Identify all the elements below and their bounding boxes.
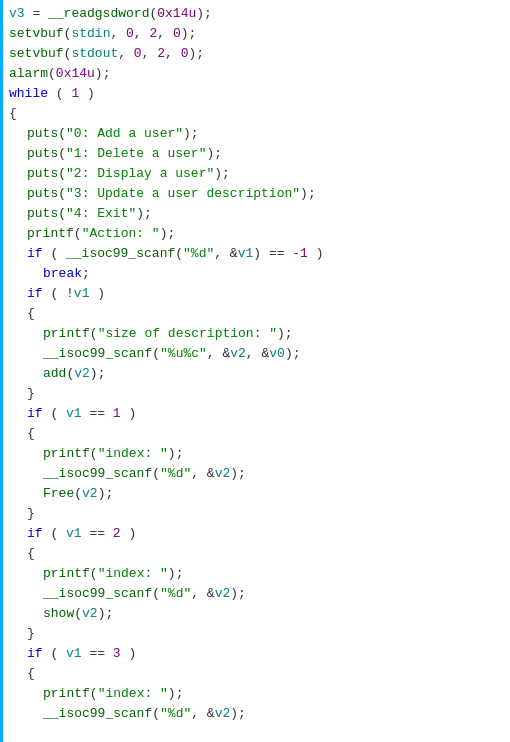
op-token: } [27, 504, 35, 524]
code-line: add(v2); [3, 364, 510, 384]
code-line: { [3, 664, 510, 684]
op-token: , [165, 44, 181, 64]
op-token: ( [43, 244, 66, 264]
kw-token: if [27, 404, 43, 424]
num-token: 0 [134, 44, 142, 64]
op-token: { [9, 104, 17, 124]
code-line: __isoc99_scanf("%d", &v2); [3, 464, 510, 484]
op-token: ); [196, 4, 212, 24]
str-token: "%d" [160, 464, 191, 484]
code-line: printf("index: "); [3, 684, 510, 704]
num-token: 2 [157, 44, 165, 64]
op-token: ( [48, 84, 71, 104]
op-token: { [27, 424, 35, 444]
op-token: ); [230, 464, 246, 484]
op-token: , [110, 24, 126, 44]
op-token: ( [43, 644, 66, 664]
str-token: "4: Exit" [66, 204, 136, 224]
fn-token: add [43, 364, 66, 384]
op-token: ) [89, 284, 105, 304]
op-token: ( [74, 224, 82, 244]
fn-token: setvbuf [9, 44, 64, 64]
op-token: , & [207, 344, 230, 364]
op-token: , [157, 24, 173, 44]
op-token: ); [277, 324, 293, 344]
fn-token: puts [27, 164, 58, 184]
op-token: { [27, 304, 35, 324]
str-token: "%u%c" [160, 344, 207, 364]
fn-token: __isoc99_scanf [43, 464, 152, 484]
op-token: , & [214, 244, 237, 264]
op-token: , & [191, 464, 214, 484]
op-token: ( [74, 484, 82, 504]
op-token: { [27, 544, 35, 564]
code-line: __isoc99_scanf("%u%c", &v2, &v0); [3, 344, 510, 364]
str-token: "size of description: " [98, 324, 277, 344]
op-token: ); [181, 24, 197, 44]
op-token: ); [98, 484, 114, 504]
op-token: ( [152, 704, 160, 724]
op-token: ( [175, 244, 183, 264]
fn-token: alarm [9, 64, 48, 84]
fn-token: __isoc99_scanf [66, 244, 175, 264]
num-token: 1 [71, 84, 79, 104]
op-token: ); [90, 364, 106, 384]
code-line: { [3, 424, 510, 444]
num-token: 0x14u [157, 4, 196, 24]
kw-token: if [27, 644, 43, 664]
str-token: "index: " [98, 444, 168, 464]
op-token: ); [136, 204, 152, 224]
op-token: == [82, 404, 113, 424]
op-token: ) [121, 644, 137, 664]
str-token: "0: Add a user" [66, 124, 183, 144]
fn-token: printf [43, 444, 90, 464]
fn-token: __isoc99_scanf [43, 704, 152, 724]
fn-token: puts [27, 204, 58, 224]
op-token: } [27, 384, 35, 404]
fn-token: __isoc99_scanf [43, 344, 152, 364]
fn-token: Free [43, 484, 74, 504]
op-token: ); [230, 584, 246, 604]
var-token: v1 [66, 524, 82, 544]
fn-token: puts [27, 184, 58, 204]
var-token: v0 [269, 344, 285, 364]
op-token: , & [246, 344, 269, 364]
op-token: ); [160, 224, 176, 244]
code-line: } [3, 384, 510, 404]
op-token: == [82, 524, 113, 544]
op-token: ( [43, 524, 66, 544]
str-token: "%d" [183, 244, 214, 264]
code-line: printf("size of description: "); [3, 324, 510, 344]
code-line: if ( !v1 ) [3, 284, 510, 304]
op-token: } [27, 624, 35, 644]
op-token: ); [206, 144, 222, 164]
op-token: ( [149, 4, 157, 24]
num-token: 0 [173, 24, 181, 44]
fn-token: __isoc99_scanf [43, 584, 152, 604]
code-line: while ( 1 ) [3, 84, 510, 104]
op-token: { [27, 664, 35, 684]
str-token: "%d" [160, 704, 191, 724]
var-token: v3 [9, 4, 25, 24]
code-line: Free(v2); [3, 484, 510, 504]
op-token: ); [230, 704, 246, 724]
code-content: v3 = __readgsdword(0x14u);setvbuf(stdin,… [3, 0, 510, 728]
kw-token: while [9, 84, 48, 104]
code-line: { [3, 104, 510, 124]
op-token: = [25, 4, 48, 24]
code-line: puts("4: Exit"); [3, 204, 510, 224]
code-line: printf("Action: "); [3, 224, 510, 244]
op-token: ( [58, 204, 66, 224]
str-token: "Action: " [82, 224, 160, 244]
op-token: ( [58, 164, 66, 184]
op-token: ( [90, 324, 98, 344]
fn-token: printf [43, 684, 90, 704]
num-token: -1 [292, 244, 308, 264]
num-token: 1 [113, 404, 121, 424]
op-token: ) [79, 84, 95, 104]
op-token: ( [58, 144, 66, 164]
op-token: , & [191, 584, 214, 604]
kw-token: if [27, 244, 43, 264]
fn-token: __readgsdword [48, 4, 149, 24]
str-token: "%d" [160, 584, 191, 604]
